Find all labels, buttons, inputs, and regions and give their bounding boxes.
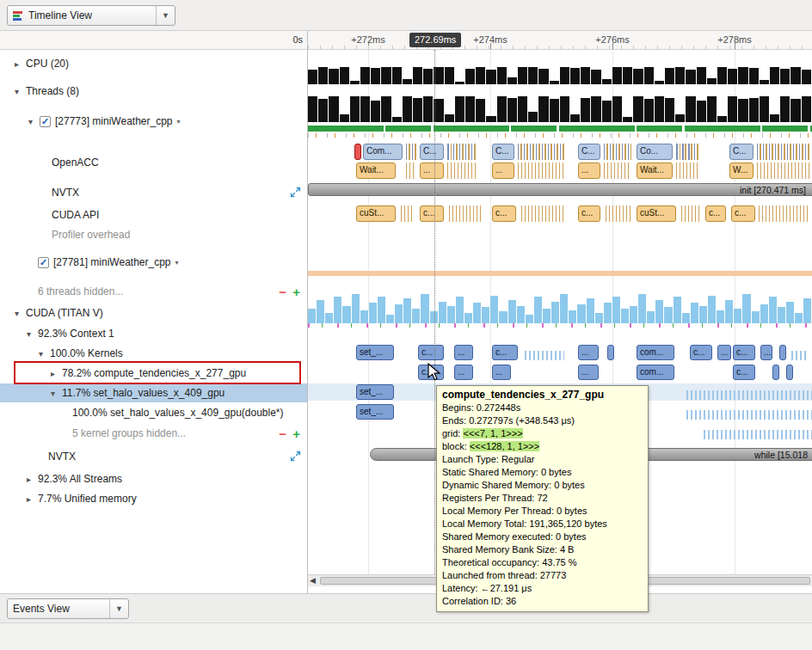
event-chip-com[interactable]: com... <box>637 365 674 380</box>
expand-track-icon[interactable] <box>290 451 301 464</box>
event-chip[interactable] <box>447 144 477 160</box>
event-chip-item[interactable]: ... <box>578 365 599 380</box>
collapse-arrow-icon[interactable]: ▾ <box>24 329 34 339</box>
event-chip[interactable] <box>606 205 631 222</box>
track-nvtx-cpu[interactable]: init [270.471 ms] <box>308 182 812 197</box>
collapse-arrow-icon[interactable]: ▾ <box>12 87 22 96</box>
event-chip[interactable] <box>676 144 700 160</box>
event-chip[interactable] <box>676 162 700 179</box>
tree-row-100-0-set-halo-values-x-409-gpu-[interactable]: 100.0% set_halo_values_x_409_gpu(double*… <box>0 403 307 422</box>
event-chip[interactable] <box>681 205 700 222</box>
event-chip-item[interactable]: ... <box>578 162 600 179</box>
event-chip-c[interactable]: c... <box>705 205 726 222</box>
event-chip-com[interactable]: com... <box>637 345 674 360</box>
event-chip-com[interactable]: Com... <box>363 144 403 160</box>
event-chip[interactable] <box>401 205 415 222</box>
event-chip-c[interactable]: c... <box>733 365 755 380</box>
event-chip-c[interactable]: C... <box>420 144 444 160</box>
track-cuda-api[interactable]: cuSt...c...c...c...cuSt...c...c... <box>308 205 812 223</box>
tree-row-threads-8[interactable]: ▾Threads (8) <box>0 82 307 101</box>
collapse-arrow-icon[interactable]: ▾ <box>12 309 22 318</box>
event-chip-set[interactable]: set_... <box>356 384 394 400</box>
event-chip-c[interactable]: c... <box>731 205 755 222</box>
event-chip-set[interactable]: set_... <box>356 345 394 360</box>
track-openacc-constructs[interactable]: Com...C...C...C...Co...C... <box>308 143 812 161</box>
event-chip[interactable] <box>604 162 631 179</box>
event-chip-set[interactable]: set_... <box>356 404 394 420</box>
track-cuda-memory-ops[interactable] <box>308 323 812 328</box>
track-hidden-threads-summary[interactable] <box>308 271 812 276</box>
event-chip[interactable] <box>704 430 812 439</box>
hide-rows-button[interactable]: − <box>279 427 286 440</box>
event-chip-c[interactable]: c... <box>492 205 516 222</box>
event-chip-co[interactable]: Co... <box>637 144 673 160</box>
track-thread-activity[interactable] <box>308 96 812 122</box>
event-chip-c[interactable]: c... <box>420 205 444 222</box>
row-options-dropdown-icon[interactable]: ▾ <box>177 118 181 126</box>
collapse-arrow-icon[interactable]: ▾ <box>48 389 58 398</box>
event-chip[interactable] <box>759 205 810 222</box>
tree-row-cuda-api[interactable]: CUDA API <box>0 205 307 224</box>
tree-row-nvtx[interactable]: NVTX <box>0 447 307 466</box>
event-chip[interactable] <box>772 365 779 380</box>
event-chip[interactable] <box>607 345 614 360</box>
expand-arrow-icon[interactable]: ▸ <box>24 475 34 484</box>
event-chip[interactable] <box>518 144 566 160</box>
track-thread-state[interactable] <box>308 126 812 132</box>
tree-row-11-7-set-halo-values-x-409-gpu[interactable]: ▾11.7% set_halo_values_x_409_gpu <box>0 383 307 402</box>
show-rows-button[interactable]: + <box>292 427 300 440</box>
tree-row-nvtx[interactable]: NVTX <box>0 183 307 202</box>
row-checkbox[interactable]: ✓ <box>38 257 49 268</box>
tree-row-92-3-context-1[interactable]: ▾92.3% Context 1 <box>0 324 307 343</box>
event-chip-wait[interactable]: Wait... <box>356 162 396 179</box>
event-chip-c[interactable]: C... <box>578 144 600 160</box>
event-chip-c[interactable]: C... <box>729 144 754 160</box>
expand-arrow-icon[interactable]: ▸ <box>24 494 34 504</box>
event-chip-c[interactable]: C... <box>492 144 514 160</box>
event-chip[interactable] <box>686 410 812 420</box>
event-chip-item[interactable]: ... <box>420 162 444 179</box>
events-view-combo[interactable]: Events View ▼ <box>7 598 129 619</box>
event-chip-cust[interactable]: cuSt... <box>637 205 676 222</box>
event-chip-item[interactable]: ... <box>760 345 772 360</box>
event-chip-item[interactable]: ... <box>454 345 473 360</box>
track-os-runtime-ticks[interactable] <box>308 133 812 138</box>
panel-divider[interactable] <box>307 31 308 593</box>
expand-arrow-icon[interactable]: ▸ <box>48 369 58 378</box>
event-chip[interactable] <box>786 365 793 380</box>
tree-row-profiler-overhead[interactable]: Profiler overhead <box>0 225 307 244</box>
tree-row-cuda-titan-v[interactable]: ▾CUDA (TITAN V) <box>0 304 307 322</box>
track-cuda-gpu-activity[interactable] <box>308 294 812 323</box>
range-init-270-471-ms[interactable]: init [270.471 ms] <box>308 183 812 196</box>
event-chip[interactable] <box>354 144 361 160</box>
event-chip-w[interactable]: W... <box>729 162 754 179</box>
event-chip-c[interactable]: c... <box>690 345 712 360</box>
event-chip-c[interactable]: c... <box>578 205 600 222</box>
event-chip-item[interactable]: ... <box>492 162 514 179</box>
row-options-dropdown-icon[interactable]: ▾ <box>175 259 179 267</box>
event-chip[interactable] <box>757 162 810 179</box>
hide-rows-button[interactable]: − <box>279 285 286 298</box>
event-chip-c[interactable]: c... <box>733 345 755 360</box>
event-chip-item[interactable]: ... <box>454 365 473 380</box>
event-chip-c[interactable]: c... <box>492 345 518 360</box>
event-chip[interactable] <box>525 351 564 360</box>
tree-row-92-3-all-streams[interactable]: ▸92.3% All Streams <box>0 469 307 488</box>
event-chip[interactable] <box>757 144 810 160</box>
event-chip[interactable] <box>779 345 786 360</box>
event-chip[interactable] <box>406 162 416 179</box>
tree-row-7-7-unified-memory[interactable]: ▸7.7% Unified memory <box>0 489 307 508</box>
tree-row-openacc[interactable]: OpenACC <box>0 153 307 172</box>
event-chip[interactable] <box>406 144 416 160</box>
show-rows-button[interactable]: + <box>292 285 300 298</box>
event-chip[interactable] <box>791 351 809 360</box>
event-chip-item[interactable]: ... <box>492 365 511 380</box>
track-cpu-utilization[interactable] <box>308 67 812 84</box>
tree-row-78-2-compute-tendencies-x-277-gp[interactable]: ▸78.2% compute_tendencies_x_277_gpu <box>0 364 307 383</box>
event-chip[interactable] <box>604 144 631 160</box>
tree-row-27781-miniweather-cpp[interactable]: ✓[27781] miniWeather_cpp▾ <box>0 253 307 272</box>
row-checkbox[interactable]: ✓ <box>40 116 51 127</box>
event-chip-item[interactable]: ... <box>717 345 731 360</box>
tree-row-27773-miniweather-cpp[interactable]: ▾✓[27773] miniWeather_cpp▾ <box>0 112 307 131</box>
event-chip-wait[interactable]: Wait... <box>637 162 673 179</box>
